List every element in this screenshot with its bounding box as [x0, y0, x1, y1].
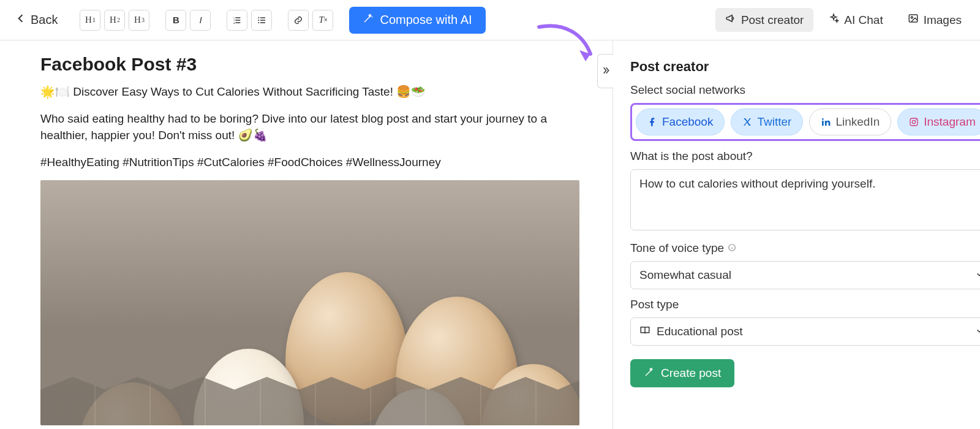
social-network-selector: Facebook Twitter LinkedIn Instagram	[630, 103, 980, 141]
back-button[interactable]: Back	[9, 9, 64, 31]
misc-group: T×	[288, 10, 333, 31]
svg-point-2	[258, 21, 260, 23]
linkedin-icon	[821, 117, 831, 127]
italic-button[interactable]: I	[190, 10, 211, 31]
unordered-list-button[interactable]	[251, 10, 272, 31]
pill-label: Facebook	[662, 115, 713, 129]
book-icon	[639, 325, 650, 339]
collapse-panel-button[interactable]	[597, 54, 613, 88]
social-pill-instagram[interactable]: Instagram	[897, 108, 980, 135]
post-type-value: Educational post	[657, 325, 743, 338]
create-post-button[interactable]: Create post	[630, 359, 734, 387]
create-label: Create post	[661, 366, 721, 380]
heading-group: H1 H2 H3	[80, 10, 149, 31]
bold-button[interactable]: B	[165, 10, 186, 31]
style-group: B I	[165, 10, 211, 31]
h3-button[interactable]: H3	[129, 10, 149, 31]
tab-images[interactable]: Images	[898, 8, 971, 32]
link-button[interactable]	[288, 10, 309, 31]
svg-point-4	[911, 17, 913, 18]
post-type-select[interactable]: Educational post	[630, 317, 980, 346]
tab-label: AI Chat	[844, 13, 883, 27]
tab-ai-chat[interactable]: AI Chat	[818, 8, 892, 32]
megaphone-icon	[725, 13, 736, 27]
post-line-2: Who said eating healthy had to be boring…	[40, 110, 578, 144]
twitter-x-icon	[742, 117, 752, 127]
h1-button[interactable]: H1	[80, 10, 100, 31]
pill-label: Twitter	[757, 115, 791, 129]
editor-area[interactable]: Facebook Post #3 🌟🍽️ Discover Easy Ways …	[0, 40, 612, 429]
tab-label: Images	[924, 13, 962, 27]
post-line-1: 🌟🍽️ Discover Easy Ways to Cut Calories W…	[40, 83, 578, 101]
arrow-left-icon	[15, 12, 27, 28]
compose-ai-button[interactable]: Compose with AI	[349, 7, 485, 34]
social-pill-twitter[interactable]: Twitter	[731, 108, 803, 135]
tone-label-text: Tone of voice type	[630, 241, 724, 255]
post-title: Facebook Post #3	[40, 54, 578, 75]
sparkle-icon	[828, 13, 839, 27]
pill-label: LinkedIn	[835, 115, 880, 129]
tab-label: Post creator	[741, 13, 804, 27]
ordered-list-button[interactable]	[227, 10, 247, 31]
pill-label: Instagram	[924, 115, 975, 129]
instagram-icon	[909, 117, 919, 127]
svg-point-1	[258, 19, 260, 20]
post-about-input[interactable]	[630, 169, 980, 230]
back-label: Back	[31, 13, 58, 27]
tone-select[interactable]: Somewhat casual	[630, 261, 980, 289]
panel-title: Post creator	[630, 59, 980, 75]
clear-format-button[interactable]: T×	[312, 10, 333, 31]
post-creator-panel: Post creator Select social networks Face…	[613, 40, 980, 387]
chevron-down-icon	[975, 325, 980, 338]
svg-point-9	[916, 120, 917, 121]
image-icon	[908, 13, 919, 27]
select-networks-label: Select social networks	[630, 83, 980, 97]
tab-post-creator[interactable]: Post creator	[715, 8, 813, 32]
editor-toolbar: Back H1 H2 H3 B I T× Compose with AI	[0, 0, 980, 40]
post-type-label: Post type	[630, 298, 980, 311]
facebook-icon	[647, 117, 657, 127]
svg-point-6	[822, 118, 824, 120]
magic-wand-icon	[644, 366, 655, 381]
info-icon[interactable]	[728, 241, 736, 255]
chevron-double-right-icon	[601, 66, 611, 77]
chevron-down-icon	[975, 268, 980, 282]
post-image	[40, 180, 579, 425]
compose-label: Compose with AI	[380, 13, 472, 27]
svg-point-8	[913, 120, 916, 123]
post-hashtags: #HealthyEating #NutritionTips #CutCalori…	[40, 154, 578, 171]
magic-wand-icon	[363, 13, 374, 27]
about-label: What is the post about?	[630, 150, 980, 163]
tone-label: Tone of voice type	[630, 241, 980, 255]
list-group	[227, 10, 272, 31]
tone-value: Somewhat casual	[639, 268, 731, 282]
svg-rect-5	[822, 121, 824, 126]
svg-point-0	[258, 17, 260, 18]
social-pill-linkedin[interactable]: LinkedIn	[809, 108, 891, 135]
social-pill-facebook[interactable]: Facebook	[636, 108, 725, 135]
h2-button[interactable]: H2	[104, 10, 125, 31]
